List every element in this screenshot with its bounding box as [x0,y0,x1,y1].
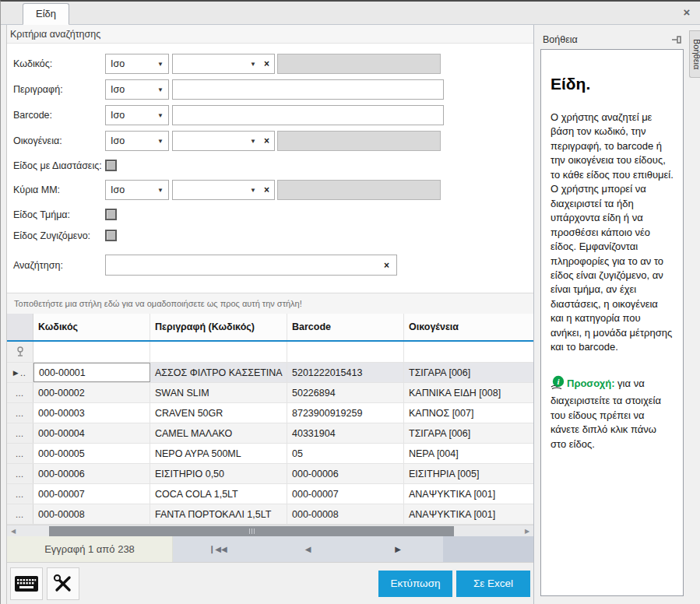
filter-cell-family[interactable] [404,342,533,362]
prev-page-icon[interactable]: ◀ [263,536,354,562]
row-ellipsis-button[interactable]: … [16,512,25,517]
groupby-panel[interactable]: Τοποθετήστε μια στήλη εδώ για να ομαδοπο… [7,293,533,314]
search-input[interactable] [106,255,381,275]
row-ellipsis-button[interactable]: … [16,391,25,395]
cell-description[interactable]: ΕΙΣΙΤΗΡΙΟ 0,50 [150,464,287,483]
cell-barcode[interactable]: 40331904 [287,423,404,443]
tab-help-vertical[interactable]: Βοήθεια [689,30,700,78]
row-ellipsis-button[interactable]: … [16,411,25,416]
table-row[interactable]: ▶‥ 000-00001 ΑΣΣΟΣ ΦΙΛΤΡΟ ΚΑΣΣΕΤΙΝΑ 5201… [7,363,533,383]
weighted-row: Είδος Ζυγιζόμενο: [13,229,533,242]
clear-icon[interactable]: × [264,136,269,146]
cell-family[interactable]: ΑΝΑΨΥΚΤΙΚΑ [001] [404,484,533,504]
column-header-code[interactable]: Κωδικός [33,314,150,340]
description-operator-select[interactable]: Ισο ▼ [105,79,169,100]
cell-barcode[interactable]: 000-00006 [287,464,404,483]
cell-description[interactable]: ΑΣΣΟΣ ΦΙΛΤΡΟ ΚΑΣΣΕΤΙΝΑ [150,363,287,382]
weighted-checkbox[interactable] [105,230,117,241]
first-page-icon[interactable]: ❙◀◀ [173,536,263,562]
cell-code[interactable]: 000-00008 [33,504,150,524]
cell-barcode[interactable]: 000-00007 [287,484,404,504]
chevron-down-icon[interactable]: ▼ [250,61,256,68]
cell-code[interactable]: 000-00006 [33,464,150,483]
cell-family[interactable]: ΝΕΡΑ [004] [404,444,533,463]
column-header-barcode[interactable]: Barcode [287,314,404,340]
cell-family[interactable]: ΚΑΠΝΙΚΑ ΕΙΔΗ [008] [404,383,533,402]
cell-family[interactable]: ΕΙΣΙΤΗΡΙΑ [005] [404,464,533,483]
print-button[interactable]: Εκτύπωση [378,571,452,597]
cell-description[interactable]: SWAN SLIM [150,383,287,402]
cell-code[interactable]: 000-00003 [33,403,150,423]
row-ellipsis-button[interactable]: … [16,451,25,456]
barcode-operator-select[interactable]: Ισο ▼ [105,105,169,125]
row-ellipsis-button[interactable]: … [16,472,25,476]
cell-barcode[interactable]: 5201222015413 [287,363,404,382]
cell-code[interactable]: 000-00001 [33,363,150,382]
excel-export-button[interactable]: Σε Excel [456,571,530,597]
cell-code[interactable]: 000-00002 [33,383,150,402]
keyboard-button[interactable] [10,567,43,600]
code-operator-select[interactable]: Ισο ▼ [105,54,169,74]
table-row[interactable]: … 000-00005 ΝΕΡΟ ΑΥΡΑ 500ML 05 ΝΕΡΑ [004… [7,444,533,464]
cell-description[interactable]: CAMEL ΜΑΛΑΚΟ [150,423,287,443]
table-row[interactable]: … 000-00003 CRAVEN 50GR 8723900919259 ΚΑ… [7,403,533,423]
clear-icon[interactable]: × [381,261,396,270]
main-mu-operator-select[interactable]: Ισο ▼ [105,180,169,200]
code-lookup-combo[interactable]: ▼ × [172,54,275,74]
pin-icon[interactable] [672,36,683,44]
scrollbar-thumb[interactable] [49,526,454,536]
description-input[interactable] [172,79,444,100]
column-header-family[interactable]: Οικογένεια [404,314,533,340]
main-mu-lookup-combo[interactable]: ▼ × [172,180,275,200]
table-row[interactable]: … 000-00007 COCA COLA 1,5LT 000-00007 ΑΝ… [7,484,533,504]
cell-code[interactable]: 000-00005 [33,444,150,463]
table-row[interactable]: … 000-00006 ΕΙΣΙΤΗΡΙΟ 0,50 000-00006 ΕΙΣ… [7,464,533,484]
tab-items[interactable]: Είδη [23,3,69,25]
search-row: Αναζήτηση: × [13,255,533,276]
cell-barcode[interactable]: 000-00008 [287,504,404,524]
column-header-description[interactable]: Περιγραφή (Κωδικός) [150,314,287,340]
cell-code[interactable]: 000-00007 [33,484,150,504]
cell-description[interactable]: COCA COLA 1,5LT [150,484,287,504]
row-ellipsis-button[interactable]: … [16,431,25,436]
scrollbar-track[interactable] [19,525,521,537]
cell-code[interactable]: 000-00004 [33,423,150,443]
settings-button[interactable] [47,567,79,600]
cell-family[interactable]: ΤΣΙΓΑΡΑ [006] [404,423,533,443]
cell-description[interactable]: ΝΕΡΟ ΑΥΡΑ 500ML [150,444,287,463]
cell-barcode[interactable]: 50226894 [287,383,404,402]
cell-barcode[interactable]: 05 [287,444,404,463]
dimensions-checkbox[interactable] [105,160,117,171]
table-row[interactable]: … 000-00002 SWAN SLIM 50226894 ΚΑΠΝΙΚΑ Ε… [7,383,533,403]
clear-icon[interactable]: × [264,59,269,68]
filter-cell-barcode[interactable] [287,342,404,362]
table-row[interactable]: … 000-00008 FANTA ΠΟΡΤΟΚΑΛΙ 1,5LT 000-00… [7,504,533,525]
table-row[interactable]: … 000-00004 CAMEL ΜΑΛΑΚΟ 40331904 ΤΣΙΓΑΡ… [7,423,533,444]
filter-cell-description[interactable] [150,342,287,362]
close-icon[interactable]: × [681,6,693,19]
chevron-down-icon[interactable]: ▼ [250,138,256,145]
chevron-down-icon[interactable]: ▼ [250,187,256,194]
autohide-tabstrip: Βοήθεια [689,25,700,604]
row-ellipsis-button[interactable]: ‥ [20,370,26,375]
cell-description[interactable]: CRAVEN 50GR [150,403,287,423]
scroll-right-icon[interactable]: ▶ [521,528,533,535]
chevron-down-icon: ▼ [157,86,164,93]
family-lookup-combo[interactable]: ▼ × [172,131,275,151]
clear-icon[interactable]: × [264,185,269,195]
filter-cell-code[interactable] [33,342,150,362]
cell-family[interactable]: ΤΣΙΓΑΡΑ [006] [404,363,533,382]
department-checkbox[interactable] [105,209,117,220]
cell-family[interactable]: ΚΑΠΝΟΣ [007] [404,403,533,423]
family-operator-select[interactable]: Ισο ▼ [105,131,169,151]
next-page-icon[interactable]: ▶ [353,536,443,562]
cell-family[interactable]: ΑΝΑΨΥΚΤΙΚΑ [001] [404,504,533,524]
barcode-input[interactable] [172,105,444,125]
horizontal-scrollbar[interactable]: ◀ ▶ [7,525,533,536]
cell-description[interactable]: FANTA ΠΟΡΤΟΚΑΛΙ 1,5LT [150,504,287,524]
scroll-left-icon[interactable]: ◀ [7,528,19,535]
cell-barcode[interactable]: 8723900919259 [287,403,404,423]
row-ellipsis-button[interactable]: … [16,492,25,497]
weighted-label: Είδος Ζυγιζόμενο: [13,230,105,241]
grid-corner-cell [7,314,33,340]
